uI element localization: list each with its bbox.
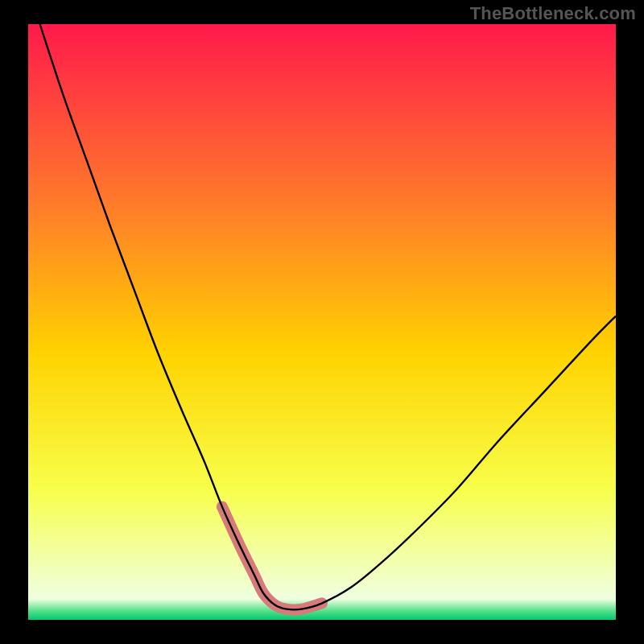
watermark-text: TheBottleneck.com [470,3,636,24]
plot-background [28,24,616,620]
chart-frame: TheBottleneck.com [0,0,644,644]
bottleneck-plot [0,0,644,644]
